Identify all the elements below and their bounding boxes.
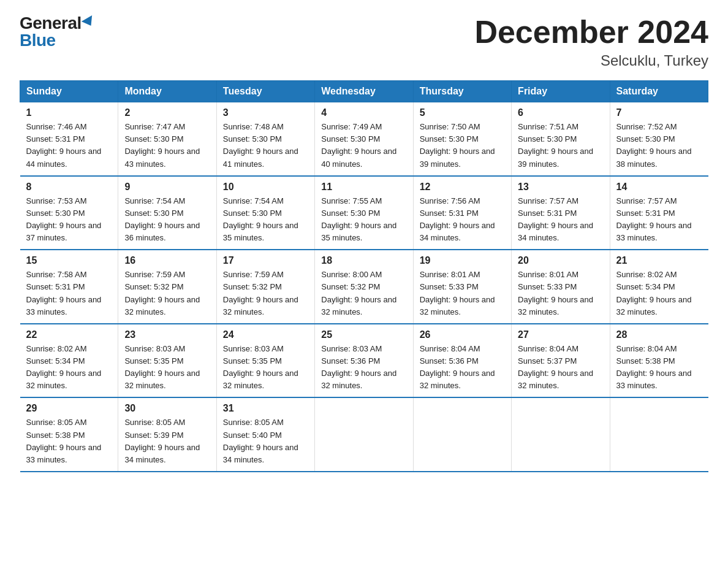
logo: General Blue (20, 15, 95, 49)
table-cell: 6 Sunrise: 7:51 AMSunset: 5:30 PMDayligh… (512, 102, 610, 176)
day-info: Sunrise: 8:05 AMSunset: 5:40 PMDaylight:… (223, 416, 308, 466)
table-cell (512, 397, 610, 472)
table-cell: 14 Sunrise: 7:57 AMSunset: 5:31 PMDaylig… (610, 176, 708, 250)
day-info: Sunrise: 8:05 AMSunset: 5:39 PMDaylight:… (124, 416, 210, 466)
day-number: 26 (420, 329, 505, 340)
day-info: Sunrise: 7:51 AMSunset: 5:30 PMDaylight:… (518, 121, 603, 170)
day-info: Sunrise: 7:54 AMSunset: 5:30 PMDaylight:… (223, 195, 308, 245)
title-block: December 2024 Selcuklu, Turkey (474, 15, 708, 69)
table-cell: 29 Sunrise: 8:05 AMSunset: 5:38 PMDaylig… (20, 397, 118, 472)
day-info: Sunrise: 7:56 AMSunset: 5:31 PMDaylight:… (420, 195, 505, 245)
day-number: 17 (223, 255, 308, 266)
calendar-table: Sunday Monday Tuesday Wednesday Thursday… (20, 80, 708, 472)
day-number: 5 (420, 107, 505, 118)
day-info: Sunrise: 7:57 AMSunset: 5:31 PMDaylight:… (518, 195, 603, 245)
table-cell: 8 Sunrise: 7:53 AMSunset: 5:30 PMDayligh… (20, 176, 118, 250)
day-info: Sunrise: 7:48 AMSunset: 5:30 PMDaylight:… (223, 121, 308, 170)
table-cell (315, 397, 413, 472)
day-number: 6 (518, 107, 603, 118)
day-info: Sunrise: 8:02 AMSunset: 5:34 PMDaylight:… (26, 343, 112, 393)
col-friday: Friday (512, 81, 610, 102)
calendar-title: December 2024 (474, 15, 708, 50)
table-cell: 26 Sunrise: 8:04 AMSunset: 5:36 PMDaylig… (413, 324, 511, 398)
table-cell: 21 Sunrise: 8:02 AMSunset: 5:34 PMDaylig… (610, 250, 708, 324)
col-saturday: Saturday (610, 81, 708, 102)
day-number: 3 (223, 107, 308, 118)
day-number: 21 (616, 255, 702, 266)
table-cell: 24 Sunrise: 8:03 AMSunset: 5:35 PMDaylig… (216, 324, 314, 398)
day-number: 22 (26, 329, 112, 340)
table-cell: 10 Sunrise: 7:54 AMSunset: 5:30 PMDaylig… (216, 176, 314, 250)
day-info: Sunrise: 7:59 AMSunset: 5:32 PMDaylight:… (223, 269, 308, 318)
table-cell: 13 Sunrise: 7:57 AMSunset: 5:31 PMDaylig… (512, 176, 610, 250)
table-cell (610, 397, 708, 472)
day-number: 12 (420, 182, 505, 193)
day-number: 2 (124, 107, 210, 118)
logo-general-text: General (20, 15, 82, 32)
table-cell: 17 Sunrise: 7:59 AMSunset: 5:32 PMDaylig… (216, 250, 314, 324)
day-info: Sunrise: 7:59 AMSunset: 5:32 PMDaylight:… (124, 269, 210, 318)
day-number: 16 (124, 255, 210, 266)
day-info: Sunrise: 8:01 AMSunset: 5:33 PMDaylight:… (518, 269, 603, 318)
day-info: Sunrise: 8:05 AMSunset: 5:38 PMDaylight:… (26, 416, 112, 466)
col-sunday: Sunday (20, 81, 118, 102)
day-number: 27 (518, 329, 603, 340)
table-cell: 25 Sunrise: 8:03 AMSunset: 5:36 PMDaylig… (315, 324, 413, 398)
day-info: Sunrise: 8:04 AMSunset: 5:38 PMDaylight:… (616, 343, 702, 393)
day-number: 4 (321, 107, 406, 118)
day-number: 24 (223, 329, 308, 340)
table-cell: 19 Sunrise: 8:01 AMSunset: 5:33 PMDaylig… (413, 250, 511, 324)
table-cell: 2 Sunrise: 7:47 AMSunset: 5:30 PMDayligh… (118, 102, 216, 176)
page-header: General Blue December 2024 Selcuklu, Tur… (20, 15, 708, 69)
day-number: 13 (518, 182, 603, 193)
table-cell: 1 Sunrise: 7:46 AMSunset: 5:31 PMDayligh… (20, 102, 118, 176)
day-number: 9 (124, 182, 210, 193)
header-row: Sunday Monday Tuesday Wednesday Thursday… (20, 81, 708, 102)
day-number: 8 (26, 182, 112, 193)
table-cell: 28 Sunrise: 8:04 AMSunset: 5:38 PMDaylig… (610, 324, 708, 398)
day-info: Sunrise: 7:53 AMSunset: 5:30 PMDaylight:… (26, 195, 112, 245)
col-monday: Monday (118, 81, 216, 102)
day-number: 19 (420, 255, 505, 266)
calendar-subtitle: Selcuklu, Turkey (474, 52, 708, 69)
day-info: Sunrise: 7:52 AMSunset: 5:30 PMDaylight:… (616, 121, 702, 170)
table-cell: 22 Sunrise: 8:02 AMSunset: 5:34 PMDaylig… (20, 324, 118, 398)
day-info: Sunrise: 7:55 AMSunset: 5:30 PMDaylight:… (321, 195, 406, 245)
day-number: 15 (26, 255, 112, 266)
table-row: 8 Sunrise: 7:53 AMSunset: 5:30 PMDayligh… (20, 176, 708, 250)
day-number: 25 (321, 329, 406, 340)
day-info: Sunrise: 7:58 AMSunset: 5:31 PMDaylight:… (26, 269, 112, 318)
table-cell: 4 Sunrise: 7:49 AMSunset: 5:30 PMDayligh… (315, 102, 413, 176)
table-row: 29 Sunrise: 8:05 AMSunset: 5:38 PMDaylig… (20, 397, 708, 472)
day-info: Sunrise: 7:46 AMSunset: 5:31 PMDaylight:… (26, 121, 112, 170)
day-number: 31 (223, 403, 308, 414)
day-info: Sunrise: 7:47 AMSunset: 5:30 PMDaylight:… (124, 121, 210, 170)
table-row: 22 Sunrise: 8:02 AMSunset: 5:34 PMDaylig… (20, 324, 708, 398)
logo-triangle-icon (82, 15, 96, 29)
table-cell: 27 Sunrise: 8:04 AMSunset: 5:37 PMDaylig… (512, 324, 610, 398)
col-wednesday: Wednesday (315, 81, 413, 102)
table-cell: 12 Sunrise: 7:56 AMSunset: 5:31 PMDaylig… (413, 176, 511, 250)
col-tuesday: Tuesday (216, 81, 314, 102)
table-cell: 9 Sunrise: 7:54 AMSunset: 5:30 PMDayligh… (118, 176, 216, 250)
day-number: 7 (616, 107, 702, 118)
day-number: 11 (321, 182, 406, 193)
table-cell: 31 Sunrise: 8:05 AMSunset: 5:40 PMDaylig… (216, 397, 314, 472)
logo-blue-text: Blue (20, 32, 56, 49)
table-cell (413, 397, 511, 472)
table-cell: 11 Sunrise: 7:55 AMSunset: 5:30 PMDaylig… (315, 176, 413, 250)
table-cell: 20 Sunrise: 8:01 AMSunset: 5:33 PMDaylig… (512, 250, 610, 324)
day-info: Sunrise: 8:04 AMSunset: 5:37 PMDaylight:… (518, 343, 603, 393)
day-number: 14 (616, 182, 702, 193)
day-info: Sunrise: 8:04 AMSunset: 5:36 PMDaylight:… (420, 343, 505, 393)
table-cell: 23 Sunrise: 8:03 AMSunset: 5:35 PMDaylig… (118, 324, 216, 398)
day-info: Sunrise: 8:03 AMSunset: 5:35 PMDaylight:… (124, 343, 210, 393)
table-row: 1 Sunrise: 7:46 AMSunset: 5:31 PMDayligh… (20, 102, 708, 176)
table-cell: 7 Sunrise: 7:52 AMSunset: 5:30 PMDayligh… (610, 102, 708, 176)
day-number: 23 (124, 329, 210, 340)
day-number: 29 (26, 403, 112, 414)
day-info: Sunrise: 7:50 AMSunset: 5:30 PMDaylight:… (420, 121, 505, 170)
table-cell: 30 Sunrise: 8:05 AMSunset: 5:39 PMDaylig… (118, 397, 216, 472)
day-info: Sunrise: 7:57 AMSunset: 5:31 PMDaylight:… (616, 195, 702, 245)
day-number: 18 (321, 255, 406, 266)
